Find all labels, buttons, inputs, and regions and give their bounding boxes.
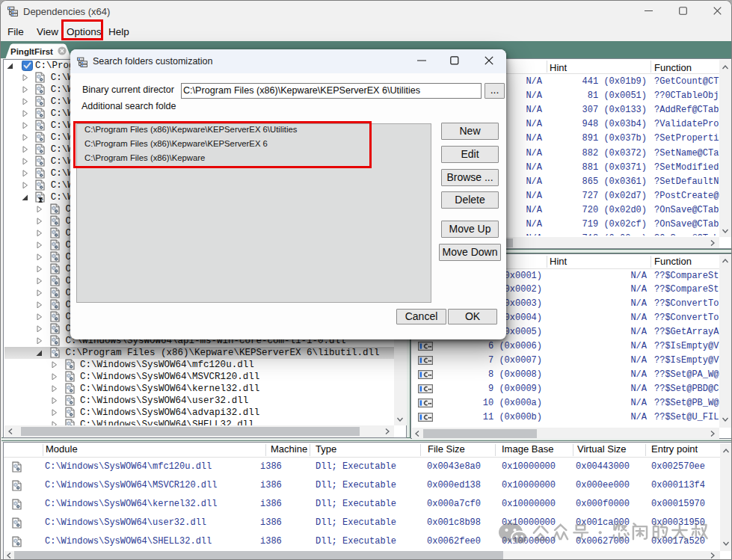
expander-collapsed-icon[interactable] xyxy=(52,409,58,416)
modules-vscroll-down-icon[interactable] xyxy=(722,540,730,547)
column-separator[interactable] xyxy=(651,256,651,268)
expander-collapsed-icon[interactable] xyxy=(37,277,43,285)
move-down-button[interactable]: Move Down xyxy=(439,244,501,261)
module-row[interactable]: C:\Windows\SysWOW64\mfc120u.dlli386Dll; … xyxy=(4,458,720,476)
maximize-button[interactable] xyxy=(665,1,700,21)
expander-collapsed-icon[interactable] xyxy=(37,337,43,345)
browse-small-button[interactable]: ... xyxy=(485,83,505,99)
imports-col-function[interactable]: Function xyxy=(654,62,692,73)
module-row[interactable]: C:\Windows\SysWOW64\kernel32.dlli386Dll;… xyxy=(4,495,720,514)
expander-collapsed-icon[interactable] xyxy=(22,122,28,129)
expander-collapsed-icon[interactable] xyxy=(22,86,28,93)
expander-collapsed-icon[interactable] xyxy=(22,98,28,105)
modules-hscroll-right-icon[interactable] xyxy=(709,552,716,559)
tree-hscroll-right-icon[interactable] xyxy=(384,428,391,435)
new-button[interactable]: New xyxy=(441,123,499,140)
exports-hscroll-thumb[interactable] xyxy=(423,429,537,438)
column-separator[interactable] xyxy=(573,444,573,456)
tree-checkbox[interactable] xyxy=(22,61,33,71)
expander-expanded-icon[interactable] xyxy=(36,350,43,357)
column-separator[interactable] xyxy=(547,61,547,73)
modules-vscroll-up-icon[interactable] xyxy=(722,447,730,455)
exports-col-function[interactable]: Function xyxy=(654,256,692,267)
expander-collapsed-icon[interactable] xyxy=(37,206,43,213)
imports-col-hint[interactable]: Hint xyxy=(550,62,567,73)
module-row[interactable]: C:\Windows\SysWOW64\user32.dlli386Dll; E… xyxy=(4,514,720,532)
expander-collapsed-icon[interactable] xyxy=(37,230,43,237)
modules-col-virtualsize[interactable]: Virtual Size xyxy=(577,443,627,455)
expander-collapsed-icon[interactable] xyxy=(22,134,28,141)
modules-col-imagebase[interactable]: Image Base xyxy=(502,443,553,455)
close-button[interactable] xyxy=(700,1,732,21)
modules-col-filesize[interactable]: File Size xyxy=(428,443,465,455)
modules-col-machine[interactable]: Machine xyxy=(271,443,307,455)
modules-col-module[interactable]: Module xyxy=(46,443,78,455)
cancel-button[interactable]: Cancel xyxy=(396,309,446,324)
edit-button[interactable]: Edit xyxy=(441,146,499,163)
modules-hscroll-left-icon[interactable] xyxy=(5,552,13,559)
delete-button[interactable]: Delete xyxy=(441,191,499,209)
move-up-button[interactable]: Move Up xyxy=(441,221,499,238)
tree-row[interactable]: C:\Windows\SysWOW64\user32.dll xyxy=(4,395,394,407)
modules-hscroll-thumb[interactable] xyxy=(14,551,503,560)
dialog-close-button[interactable] xyxy=(471,49,506,73)
expander-collapsed-icon[interactable] xyxy=(22,170,28,177)
browse-button[interactable]: Browse ... xyxy=(441,169,499,186)
expander-expanded-icon[interactable] xyxy=(22,194,28,201)
expander-collapsed-icon[interactable] xyxy=(37,241,43,249)
imports-hscroll-right-icon[interactable] xyxy=(709,239,716,247)
column-separator[interactable] xyxy=(420,444,421,456)
expander-collapsed-icon[interactable] xyxy=(37,253,43,261)
menu-help[interactable]: Help xyxy=(108,26,129,37)
modules-col-entrypoint[interactable]: Entry point xyxy=(651,443,698,455)
expander-collapsed-icon[interactable] xyxy=(22,110,28,117)
column-separator[interactable] xyxy=(310,444,310,456)
tree-row[interactable]: C:\Windows\SysWOW64\MSVCR120.dll xyxy=(4,371,394,383)
imports-vscroll-down-icon[interactable] xyxy=(722,227,729,235)
expander-collapsed-icon[interactable] xyxy=(37,218,43,225)
dialog-maximize-button[interactable] xyxy=(438,49,471,73)
ok-button[interactable]: OK xyxy=(448,309,497,324)
expander-collapsed-icon[interactable] xyxy=(52,373,58,381)
export-row[interactable]: 11 (0x000b)N/A??$Set@U_FIL xyxy=(411,410,719,425)
expander-collapsed-icon[interactable] xyxy=(37,301,43,309)
column-separator[interactable] xyxy=(645,444,646,456)
exports-vscrollbar[interactable] xyxy=(719,255,732,428)
tree-vscroll-down-icon[interactable] xyxy=(396,416,404,423)
tree-row[interactable]: C:\Program Files (x86)\Kepware\KEPServer… xyxy=(4,347,394,359)
tab-pingitfirst[interactable]: PingItFirst xyxy=(5,43,72,58)
modules-hscrollbar[interactable] xyxy=(4,551,720,560)
exports-vscroll-up-icon[interactable] xyxy=(722,257,729,265)
tree-row[interactable]: C:\Windows\SysWOW64\SHELL32.dll xyxy=(4,419,394,426)
exports-col-hint[interactable]: Hint xyxy=(550,256,567,267)
exports-vscroll-down-icon[interactable] xyxy=(722,416,729,423)
tree-row[interactable]: C:\Windows\SysWOW64\mfc120u.dll xyxy=(4,359,394,371)
menu-file[interactable]: File xyxy=(7,26,24,37)
exports-hscroll-right-icon[interactable] xyxy=(709,430,716,437)
module-row[interactable]: C:\Windows\SysWOW64\MSVCR120.dlli386Dll;… xyxy=(4,476,720,495)
export-row[interactable]: 8 (0x0008)N/A??$Set@PA_W@ xyxy=(411,368,719,382)
expander-expanded-icon[interactable] xyxy=(7,63,13,70)
tree-hscrollbar[interactable] xyxy=(4,425,394,437)
imports-vscrollbar[interactable] xyxy=(719,60,732,237)
tree-hscroll-thumb[interactable] xyxy=(21,427,360,436)
column-separator[interactable] xyxy=(651,61,651,73)
expander-collapsed-icon[interactable] xyxy=(37,265,43,273)
modules-col-type[interactable]: Type xyxy=(316,443,336,455)
imports-vscroll-up-icon[interactable] xyxy=(722,64,729,71)
export-row[interactable]: 9 (0x0009)N/A??$Set@PBD@C xyxy=(411,382,719,396)
expander-collapsed-icon[interactable] xyxy=(22,74,28,81)
exports-hscroll-left-icon[interactable] xyxy=(413,430,421,437)
column-separator[interactable] xyxy=(43,444,43,456)
modules-vscrollbar[interactable] xyxy=(720,443,732,551)
binary-directory-input[interactable]: C:\Program Files (x86)\Kepware\KEPServer… xyxy=(181,83,482,99)
column-separator[interactable] xyxy=(265,444,266,456)
expander-collapsed-icon[interactable] xyxy=(37,289,43,297)
tree-hscroll-left-icon[interactable] xyxy=(7,428,14,435)
tree-row[interactable]: C:\Windows\SysWOW64\kernel32.dll xyxy=(4,383,394,395)
expander-collapsed-icon[interactable] xyxy=(22,182,28,189)
expander-collapsed-icon[interactable] xyxy=(52,397,58,404)
expander-collapsed-icon[interactable] xyxy=(37,325,43,333)
minimize-button[interactable] xyxy=(631,1,665,21)
column-separator[interactable] xyxy=(547,256,547,268)
